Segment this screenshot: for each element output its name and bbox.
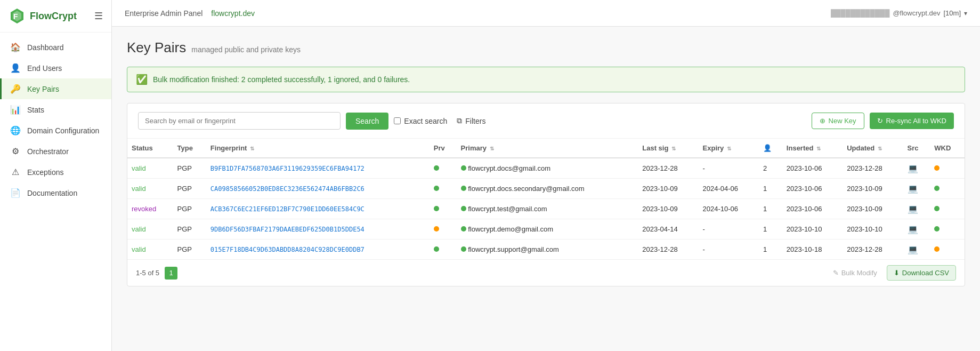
fingerprint-link[interactable]: CA09858566052B0ED8EC3236E562474AB6FBB2C6 [210,185,365,193]
sidebar-item-key-pairs[interactable]: 🔑 Key Pairs [0,78,111,99]
page-subtitle: managed public and private keys [191,45,301,54]
wkd-dot [934,246,939,252]
fingerprint-link[interactable]: B9FB1D7FA7568703A6F3119629359EC6FBA94172 [210,165,365,172]
cell-src: 💻 [903,199,930,219]
cell-type: PGP [173,219,206,240]
cell-fingerprint: 9DB6DF56D3FBAF2179DAAEBEDF625D0B1D5DDE54 [206,219,430,240]
pagination-current-page[interactable]: 1 [165,267,177,280]
col-inserted[interactable]: Inserted ⇅ [782,139,843,158]
fingerprint-link[interactable]: 015E7F18DB4C9D63DABDD8A8204C928DC9E0DDB7 [210,246,365,253]
col-primary[interactable]: Primary ⇅ [457,139,638,158]
cell-last-sig: 2023-10-09 [638,179,698,199]
exact-search-checkbox[interactable] [394,117,401,124]
cell-status: revoked [127,199,173,219]
sidebar-item-label: Domain Configuration [27,126,99,135]
sidebar-item-exceptions[interactable]: ⚠ Exceptions [0,162,111,182]
header: Enterprise Admin Panel flowcrypt.dev ███… [112,0,980,27]
status-badge: valid [132,245,146,253]
resync-button[interactable]: ↻ Re-sync All to WKD [870,113,954,129]
wkd-dot [934,206,939,211]
cell-primary: flowcrypt.docs.secondary@gmail.com [457,179,638,199]
src-icon: 💻 [908,225,918,234]
download-csv-button[interactable]: ⬇ Download CSV [887,265,956,281]
cell-prv [430,158,457,179]
header-user-at: @flowcrypt.dev [893,9,940,17]
filters-button[interactable]: ⧉ Filters [452,113,490,129]
chevron-down-icon[interactable]: ▾ [964,10,967,17]
sidebar-item-label: Stats [27,106,44,114]
sidebar-item-documentation[interactable]: 📄 Documentation [0,182,111,203]
fingerprint-link[interactable]: ACB367C6EC21EF6ED12BF7C790E1DD60EE584C9C [210,205,365,213]
table-header: Status Type Fingerprint ⇅ Prv Primary ⇅ … [127,139,965,158]
cell-src-count: 1 [759,240,782,260]
fingerprint-link[interactable]: 9DB6DF56D3FBAF2179DAAEBEDF625D0B1D5DDE54 [210,226,365,233]
flowcrypt-logo-icon: F [9,7,26,25]
alert-check-icon: ✅ [136,74,148,85]
cell-fingerprint: B9FB1D7FA7568703A6F3119629359EC6FBA94172 [206,158,430,179]
table-row: revoked PGP ACB367C6EC21EF6ED12BF7C790E1… [127,199,965,219]
menu-icon[interactable]: ☰ [94,10,103,22]
cell-wkd [930,199,965,219]
src-icon: 💻 [908,164,918,173]
alert-success: ✅ Bulk modification finished: 2 complete… [127,67,965,92]
sort-expiry-icon: ⇅ [727,146,731,151]
sidebar: F FlowCrypt ☰ 🏠 Dashboard 👤 End Users 🔑 … [0,0,112,351]
cell-last-sig: 2023-04-14 [638,219,698,240]
sidebar-item-end-users[interactable]: 👤 End Users [0,58,111,78]
sidebar-item-stats[interactable]: 📊 Stats [0,99,111,120]
cell-src-count: 1 [759,219,782,240]
sidebar-item-dashboard[interactable]: 🏠 Dashboard [0,37,111,58]
bulk-modify-button[interactable]: ✎ Bulk Modify [829,266,881,280]
filters-icon: ⧉ [457,116,462,125]
domain-config-icon: 🌐 [10,125,21,135]
header-user: ████████████ @flowcrypt.dev [10m] ▾ [831,9,967,17]
cell-primary: flowcrypt.docs@gmail.com [457,158,638,179]
sidebar-item-domain-config[interactable]: 🌐 Domain Configuration [0,120,111,141]
cell-wkd [930,219,965,240]
cell-type: PGP [173,158,206,179]
cell-type: PGP [173,179,206,199]
exact-search-wrap: Exact search [394,117,447,125]
cell-type: PGP [173,199,206,219]
cell-last-sig: 2023-12-28 [638,240,698,260]
col-expiry[interactable]: Expiry ⇅ [699,139,759,158]
cell-last-sig: 2023-10-09 [638,199,698,219]
cell-fingerprint: ACB367C6EC21EF6ED12BF7C790E1DD60EE584C9C [206,199,430,219]
cell-updated: 2023-12-28 [843,158,903,179]
logo-text: FlowCrypt [30,11,77,22]
prv-dot [434,226,439,232]
content-area: Key Pairs managed public and private key… [112,27,980,351]
wkd-dot [934,226,939,232]
cell-status: valid [127,219,173,240]
orchestrator-icon: ⚙ [10,146,21,156]
resync-label: Re-sync All to WKD [886,117,946,125]
header-domain: flowcrypt.dev [211,9,255,18]
pagination-info: 1-5 of 5 1 [136,267,177,280]
sidebar-item-orchestrator[interactable]: ⚙ Orchestrator [0,141,111,162]
sidebar-item-label: Documentation [27,189,77,197]
primary-dot [461,206,466,211]
col-src-user: 👤 [759,139,782,158]
search-input[interactable] [138,112,341,130]
documentation-icon: 📄 [10,188,21,198]
cell-src-count: 1 [759,199,782,219]
search-actions-right: ⊕ New Key ↻ Re-sync All to WKD [812,113,954,129]
search-input-wrap [138,112,341,130]
col-last-sig[interactable]: Last sig ⇅ [638,139,698,158]
search-button[interactable]: Search [346,113,388,130]
cell-updated: 2023-10-10 [843,219,903,240]
sidebar-item-label: Dashboard [27,43,64,52]
sidebar-item-label: Exceptions [27,168,63,177]
cell-inserted: 2023-10-06 [782,199,843,219]
col-updated[interactable]: Updated ⇅ [843,139,903,158]
col-prv: Prv [430,139,457,158]
sort-fingerprint-icon: ⇅ [250,146,254,151]
col-type: Type [173,139,206,158]
col-fingerprint[interactable]: Fingerprint ⇅ [206,139,430,158]
cell-inserted: 2023-10-06 [782,158,843,179]
table-row: valid PGP B9FB1D7FA7568703A6F3119629359E… [127,158,965,179]
new-key-button[interactable]: ⊕ New Key [812,113,864,129]
new-key-icon: ⊕ [820,117,825,125]
prv-dot [434,186,439,191]
bulk-modify-label: Bulk Modify [841,269,877,277]
